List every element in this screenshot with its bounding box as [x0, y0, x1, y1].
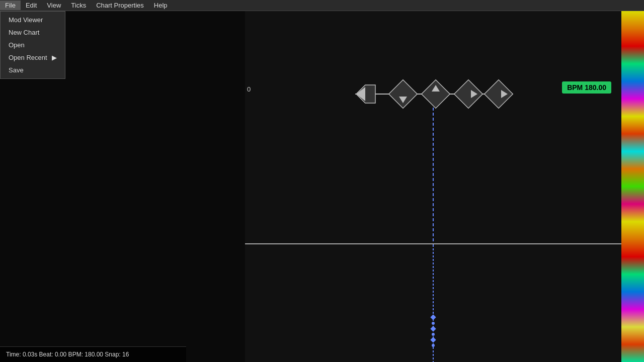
- svg-marker-3: [389, 80, 418, 109]
- status-text: Time: 0.03s Beat: 0.00 BPM: 180.00 Snap:…: [6, 351, 129, 358]
- menu-help[interactable]: Help: [149, 1, 173, 10]
- menu-item-open-recent[interactable]: Open Recent ▶: [1, 51, 65, 64]
- menubar: File Edit View Ticks Chart Properties He…: [0, 0, 644, 11]
- menu-edit[interactable]: Edit: [21, 1, 42, 10]
- main-layout: 0 BPM 180.00: [0, 11, 644, 362]
- menu-chart-properties[interactable]: Chart Properties: [91, 1, 149, 10]
- menu-item-new-chart[interactable]: New Chart: [1, 26, 65, 39]
- statusbar: Time: 0.03s Beat: 0.00 BPM: 180.00 Snap:…: [0, 346, 186, 362]
- menu-view[interactable]: View: [42, 1, 66, 10]
- menu-item-save[interactable]: Save: [1, 64, 65, 76]
- svg-marker-5: [422, 80, 450, 109]
- svg-marker-7: [454, 80, 483, 109]
- bpm-badge: BPM 180.00: [562, 81, 611, 94]
- horizontal-divider: [245, 243, 621, 244]
- color-strip: [621, 11, 644, 362]
- file-dropdown-menu: Mod Viewer New Chart Open Open Recent ▶ …: [0, 11, 65, 79]
- center-panel[interactable]: 0 BPM 180.00: [245, 11, 621, 362]
- vertical-line-top: [433, 108, 434, 248]
- svg-marker-9: [485, 80, 513, 109]
- bottom-note-cluster: [431, 315, 435, 347]
- menu-file[interactable]: File: [0, 1, 21, 10]
- right-panel-color-strip: [621, 11, 644, 362]
- menu-item-open[interactable]: Open: [1, 39, 65, 51]
- menu-item-mod-viewer[interactable]: Mod Viewer: [1, 14, 65, 26]
- submenu-arrow-icon: ▶: [52, 54, 57, 61]
- menu-ticks[interactable]: Ticks: [66, 1, 91, 10]
